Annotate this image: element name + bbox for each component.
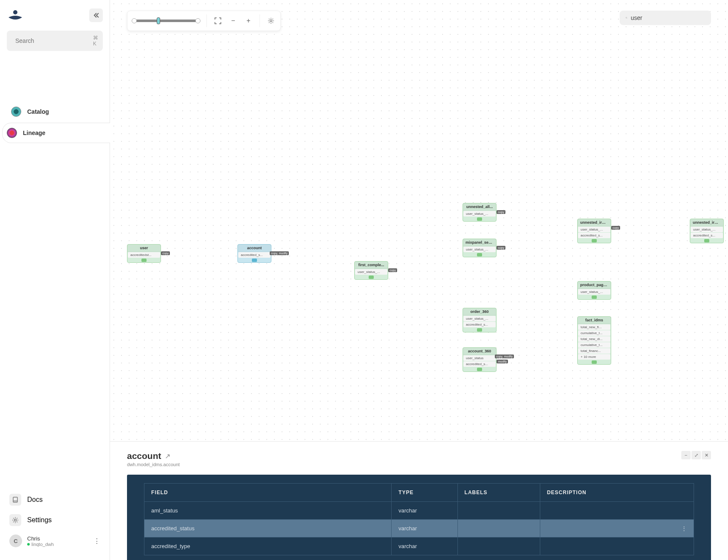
user-name: Chris (27, 535, 88, 542)
col-field: FIELD (144, 484, 392, 502)
sidebar-search[interactable]: ⌘ K (7, 31, 103, 51)
panel-close-button[interactable]: ✕ (702, 451, 711, 459)
app-logo (7, 9, 24, 22)
table-row[interactable]: accredited_typevarchar (144, 537, 694, 555)
book-icon (9, 494, 21, 506)
search-shortcut: ⌘ K (93, 35, 98, 47)
svg-point-0 (13, 10, 17, 14)
node-unnested-irm2[interactable]: unnested_irm... user_status_... accredit… (690, 219, 724, 243)
col-description: DESCRIPTION (540, 484, 694, 502)
sidebar-collapse-button[interactable] (89, 8, 103, 22)
catalog-icon (11, 107, 21, 117)
col-type: TYPE (392, 484, 457, 502)
lineage-icon (7, 128, 17, 138)
nav-catalog[interactable]: Catalog (7, 102, 103, 121)
node-order-360[interactable]: order_360 user_status_... accredited_s..… (463, 308, 497, 332)
avatar: C (9, 535, 22, 547)
row-more-icon[interactable]: ⋮ (681, 525, 687, 532)
sidebar-docs[interactable]: Docs (7, 490, 103, 510)
lineage-canvas-area: − + (110, 0, 728, 560)
col-labels: LABELS (457, 484, 540, 502)
panel-expand-button[interactable]: ⤢ (691, 451, 701, 459)
open-external-icon[interactable]: ↗ (165, 452, 170, 460)
node-first-comple[interactable]: first_comple... user_status_... copy (354, 261, 388, 280)
nav-label: Lineage (23, 129, 45, 136)
detail-path: dwh.model_idms.account (127, 462, 180, 467)
gear-icon (9, 514, 21, 526)
more-icon[interactable]: ⋮ (93, 537, 100, 545)
fields-table: FIELD TYPE LABELS DESCRIPTION aml_status… (144, 483, 694, 555)
node-unnested-all[interactable]: unnested_all... user_status_... copy (463, 203, 497, 222)
sidebar-search-input[interactable] (15, 37, 90, 44)
node-account[interactable]: account accredited_s... copy, modify (237, 244, 271, 263)
sidebar-item-label: Docs (27, 496, 42, 504)
node-user[interactable]: user accreditedst... copy (127, 244, 161, 263)
table-row[interactable]: aml_statusvarchar (144, 502, 694, 520)
detail-panel: account ↗ dwh.model_idms.account − ⤢ ✕ F… (110, 441, 728, 560)
sidebar-item-label: Settings (27, 516, 52, 524)
detail-title: account (127, 451, 161, 461)
node-mixpanel-ses[interactable]: mixpanel_ses... user_status_... copy (463, 239, 497, 257)
panel-minimize-button[interactable]: − (681, 451, 691, 459)
user-menu[interactable]: C Chris linqto_dwh ⋮ (7, 530, 103, 552)
table-row[interactable]: accredited_statusvarchar⋮ (144, 520, 694, 537)
node-account-360[interactable]: account_360 user_status accredited_s... … (463, 347, 497, 372)
node-unnested-irm[interactable]: unnested_irm... user_status_... accredit… (577, 219, 611, 243)
nav-lineage[interactable]: Lineage (3, 123, 113, 143)
user-workspace: linqto_dwh (27, 542, 88, 547)
sidebar-settings[interactable]: Settings (7, 510, 103, 530)
sidebar: ⌘ K Catalog Lineage Docs Settings C Chri… (0, 0, 110, 560)
nav-label: Catalog (27, 108, 49, 115)
svg-rect-3 (13, 497, 17, 502)
svg-point-5 (14, 519, 17, 521)
node-fact-idms[interactable]: fact_idms total_new_fi... cumulative_t..… (577, 316, 611, 365)
node-product-page[interactable]: product_page... user_status_... (577, 281, 611, 300)
